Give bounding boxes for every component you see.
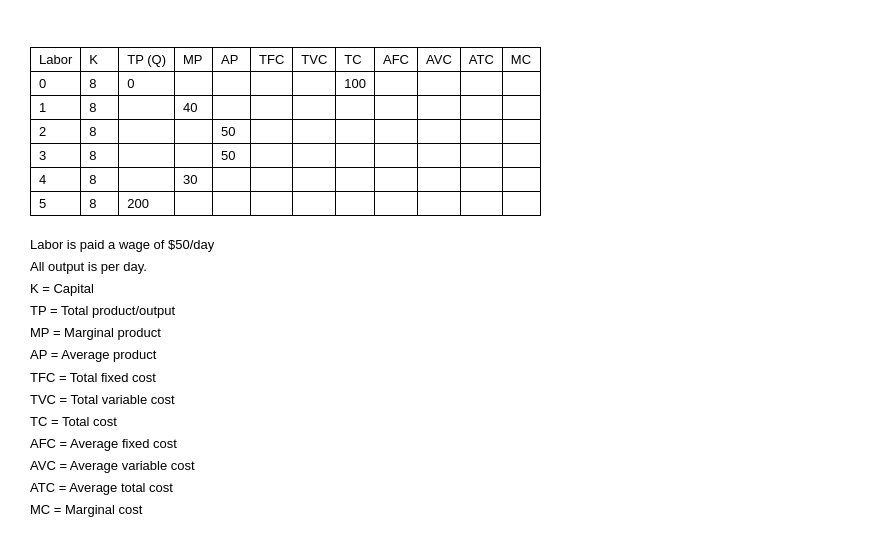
table-cell-r1-c0: 1 bbox=[31, 96, 81, 120]
table-cell-r3-c11 bbox=[502, 144, 540, 168]
question-section: LaborKTP (Q)MPAPTFCTVCTCAFCAVCATCMC 0801… bbox=[30, 20, 839, 521]
column-header-mc: MC bbox=[502, 48, 540, 72]
table-cell-r4-c5 bbox=[251, 168, 293, 192]
table-row: 080100 bbox=[31, 72, 541, 96]
table-cell-r5-c8 bbox=[375, 192, 418, 216]
column-header-mp: MP bbox=[175, 48, 213, 72]
table-cell-r0-c2: 0 bbox=[119, 72, 175, 96]
table-cell-r2-c9 bbox=[418, 120, 461, 144]
table-cell-r5-c1: 8 bbox=[81, 192, 119, 216]
table-cell-r1-c4 bbox=[213, 96, 251, 120]
table-cell-r4-c11 bbox=[502, 168, 540, 192]
table-cell-r5-c10 bbox=[460, 192, 502, 216]
table-cell-r3-c6 bbox=[293, 144, 336, 168]
table-cell-r4-c6 bbox=[293, 168, 336, 192]
column-header-atc: ATC bbox=[460, 48, 502, 72]
table-cell-r3-c5 bbox=[251, 144, 293, 168]
table-cell-r3-c9 bbox=[418, 144, 461, 168]
note-item-10: AVC = Average variable cost bbox=[30, 455, 839, 477]
table-header-row: LaborKTP (Q)MPAPTFCTVCTCAFCAVCATCMC bbox=[31, 48, 541, 72]
table-cell-r1-c7 bbox=[336, 96, 375, 120]
table-cell-r5-c2: 200 bbox=[119, 192, 175, 216]
table-cell-r5-c6 bbox=[293, 192, 336, 216]
table-cell-r4-c3: 30 bbox=[175, 168, 213, 192]
table-row: 1840 bbox=[31, 96, 541, 120]
table-cell-r4-c7 bbox=[336, 168, 375, 192]
column-header-tfc: TFC bbox=[251, 48, 293, 72]
table-cell-r5-c4 bbox=[213, 192, 251, 216]
table-cell-r0-c5 bbox=[251, 72, 293, 96]
table-cell-r5-c11 bbox=[502, 192, 540, 216]
question-header bbox=[30, 20, 839, 35]
table-cell-r0-c11 bbox=[502, 72, 540, 96]
table-cell-r2-c6 bbox=[293, 120, 336, 144]
column-header-afc: AFC bbox=[375, 48, 418, 72]
column-header-ap: AP bbox=[213, 48, 251, 72]
table-wrapper: LaborKTP (Q)MPAPTFCTVCTCAFCAVCATCMC 0801… bbox=[30, 47, 839, 216]
table-cell-r4-c0: 4 bbox=[31, 168, 81, 192]
table-cell-r0-c9 bbox=[418, 72, 461, 96]
column-header-k: K bbox=[81, 48, 119, 72]
table-cell-r3-c3 bbox=[175, 144, 213, 168]
table-cell-r4-c2 bbox=[119, 168, 175, 192]
table-cell-r1-c10 bbox=[460, 96, 502, 120]
table-cell-r3-c10 bbox=[460, 144, 502, 168]
table-cell-r4-c10 bbox=[460, 168, 502, 192]
table-cell-r5-c0: 5 bbox=[31, 192, 81, 216]
note-item-1: All output is per day. bbox=[30, 256, 839, 278]
table-cell-r1-c6 bbox=[293, 96, 336, 120]
table-cell-r1-c8 bbox=[375, 96, 418, 120]
table-cell-r2-c10 bbox=[460, 120, 502, 144]
table-cell-r2-c11 bbox=[502, 120, 540, 144]
table-cell-r3-c1: 8 bbox=[81, 144, 119, 168]
economics-table: LaborKTP (Q)MPAPTFCTVCTCAFCAVCATCMC 0801… bbox=[30, 47, 541, 216]
note-item-4: MP = Marginal product bbox=[30, 322, 839, 344]
note-item-8: TC = Total cost bbox=[30, 411, 839, 433]
table-cell-r4-c9 bbox=[418, 168, 461, 192]
table-cell-r3-c0: 3 bbox=[31, 144, 81, 168]
table-cell-r1-c3: 40 bbox=[175, 96, 213, 120]
table-cell-r0-c6 bbox=[293, 72, 336, 96]
table-cell-r4-c1: 8 bbox=[81, 168, 119, 192]
table-cell-r5-c5 bbox=[251, 192, 293, 216]
table-cell-r0-c7: 100 bbox=[336, 72, 375, 96]
table-cell-r1-c2 bbox=[119, 96, 175, 120]
table-cell-r5-c9 bbox=[418, 192, 461, 216]
note-item-2: K = Capital bbox=[30, 278, 839, 300]
table-cell-r0-c0: 0 bbox=[31, 72, 81, 96]
note-item-12: MC = Marginal cost bbox=[30, 499, 839, 521]
table-cell-r0-c8 bbox=[375, 72, 418, 96]
note-item-7: TVC = Total variable cost bbox=[30, 389, 839, 411]
table-row: 3850 bbox=[31, 144, 541, 168]
column-header-labor: Labor bbox=[31, 48, 81, 72]
table-cell-r3-c2 bbox=[119, 144, 175, 168]
note-item-3: TP = Total product/output bbox=[30, 300, 839, 322]
table-cell-r2-c8 bbox=[375, 120, 418, 144]
table-row: 4830 bbox=[31, 168, 541, 192]
table-row: 2850 bbox=[31, 120, 541, 144]
table-cell-r1-c5 bbox=[251, 96, 293, 120]
table-cell-r2-c5 bbox=[251, 120, 293, 144]
table-cell-r1-c1: 8 bbox=[81, 96, 119, 120]
table-cell-r2-c7 bbox=[336, 120, 375, 144]
table-cell-r0-c3 bbox=[175, 72, 213, 96]
table-cell-r0-c4 bbox=[213, 72, 251, 96]
table-cell-r3-c7 bbox=[336, 144, 375, 168]
table-cell-r4-c4 bbox=[213, 168, 251, 192]
column-header-tp--q-: TP (Q) bbox=[119, 48, 175, 72]
column-header-avc: AVC bbox=[418, 48, 461, 72]
column-header-tvc: TVC bbox=[293, 48, 336, 72]
table-cell-r2-c3 bbox=[175, 120, 213, 144]
table-cell-r3-c8 bbox=[375, 144, 418, 168]
table-cell-r1-c9 bbox=[418, 96, 461, 120]
table-cell-r0-c1: 8 bbox=[81, 72, 119, 96]
note-item-0: Labor is paid a wage of $50/day bbox=[30, 234, 839, 256]
table-cell-r2-c2 bbox=[119, 120, 175, 144]
table-cell-r1-c11 bbox=[502, 96, 540, 120]
table-cell-r2-c1: 8 bbox=[81, 120, 119, 144]
table-cell-r0-c10 bbox=[460, 72, 502, 96]
table-cell-r5-c3 bbox=[175, 192, 213, 216]
note-item-6: TFC = Total fixed cost bbox=[30, 367, 839, 389]
note-item-5: AP = Average product bbox=[30, 344, 839, 366]
table-cell-r5-c7 bbox=[336, 192, 375, 216]
